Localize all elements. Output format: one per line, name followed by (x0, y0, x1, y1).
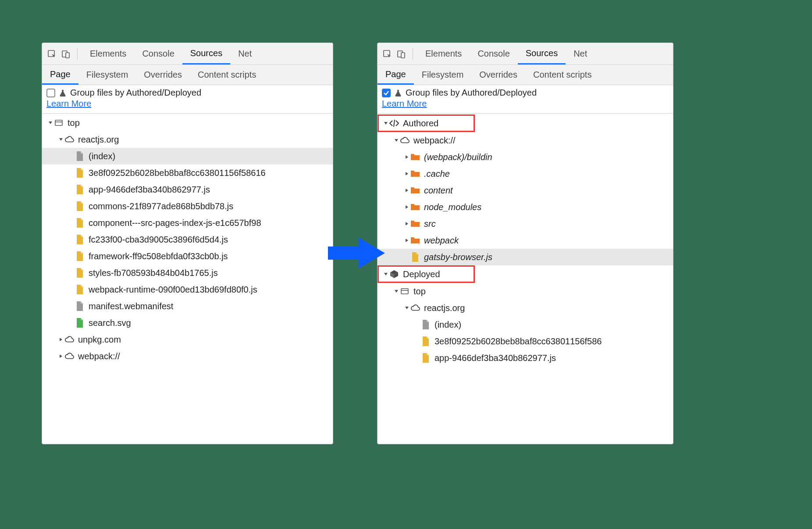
tree-label: webpack:// (413, 136, 456, 146)
js-file-icon (75, 284, 85, 295)
js-file-icon (75, 234, 85, 245)
tree-folder[interactable]: .cache (378, 165, 673, 182)
js-file-icon (420, 353, 431, 363)
js-file-icon (75, 201, 85, 211)
devtools-panel-after: Elements Console Sources Net Page Filesy… (377, 43, 673, 444)
window-icon (53, 118, 64, 128)
tree-file[interactable]: webpack-runtime-090f00ed13bd69fd80f0.js (42, 281, 333, 298)
tab-console[interactable]: Console (134, 43, 182, 64)
learn-more-link[interactable]: Learn More (382, 99, 427, 109)
tree-folder[interactable]: node_modules (378, 199, 673, 215)
tab-console[interactable]: Console (470, 43, 517, 64)
tab-network[interactable]: Net (230, 43, 260, 64)
js-file-icon (75, 184, 85, 195)
tree-folder[interactable]: content (378, 182, 673, 199)
disclosure-down-icon (393, 138, 399, 143)
tree-domain[interactable]: webpack:// (42, 348, 333, 365)
subtab-filesystem[interactable]: Filesystem (78, 65, 136, 85)
group-deployed[interactable]: Deployed (378, 265, 475, 283)
tree-file[interactable]: 3e8f09252b6028beb8baf8cc63801156f586 (378, 333, 673, 350)
authored-group-highlight: Authored (378, 114, 475, 132)
group-files-checkbox[interactable] (46, 89, 55, 97)
cloud-icon (64, 134, 75, 145)
subtab-page[interactable]: Page (42, 65, 78, 85)
tree-folder[interactable]: src (378, 215, 673, 232)
window-icon (399, 286, 410, 297)
subtab-filesystem[interactable]: Filesystem (414, 65, 472, 85)
tree-label: 3e8f09252b6028beb8baf8cc63801156f58616 (89, 168, 266, 178)
folder-icon (410, 218, 420, 229)
image-file-icon (75, 318, 85, 328)
disclosure-down-icon (393, 289, 399, 293)
svg-rect-7 (401, 53, 405, 58)
group-authored[interactable]: Authored (378, 114, 475, 132)
cloud-icon (410, 303, 420, 313)
tree-label: top (68, 118, 80, 128)
svg-rect-3 (55, 120, 62, 125)
js-file-icon (410, 252, 420, 262)
tree-label: (index) (89, 151, 115, 161)
tree-file[interactable]: commons-21f8977ade868b5bdb78.js (42, 198, 333, 214)
folder-icon (410, 185, 420, 196)
main-toolbar: Elements Console Sources Net (378, 43, 673, 65)
tree-file[interactable]: framework-ff9c508ebfda0f33cb0b.js (42, 248, 333, 264)
tree-domain[interactable]: unpkg.com (42, 331, 333, 348)
folder-icon (410, 152, 420, 162)
subtab-content-scripts[interactable]: Content scripts (190, 65, 264, 85)
tree-file[interactable]: search.svg (42, 315, 333, 331)
device-toolbar-icon[interactable] (395, 48, 407, 60)
tree-folder[interactable]: webpack (378, 232, 673, 249)
subtab-content-scripts[interactable]: Content scripts (525, 65, 599, 85)
tree-top[interactable]: top (42, 114, 333, 131)
tab-elements[interactable]: Elements (82, 43, 134, 64)
js-file-icon (75, 168, 85, 178)
tree-file[interactable]: manifest.webmanifest (42, 298, 333, 315)
subtab-overrides[interactable]: Overrides (136, 65, 190, 85)
tree-label: framework-ff9c508ebfda0f33cb0b.js (89, 251, 228, 261)
cloud-icon (64, 334, 75, 345)
tab-elements[interactable]: Elements (417, 43, 470, 64)
tree-label: src (424, 219, 436, 229)
tab-network[interactable]: Net (566, 43, 595, 64)
sources-subtabs: Page Filesystem Overrides Content script… (378, 65, 673, 85)
tree-label: webpack:// (78, 351, 120, 361)
disclosure-down-icon (383, 121, 389, 125)
tree-file[interactable]: app-9466def3ba340b862977.js (378, 350, 673, 366)
group-files-checkbox[interactable] (382, 89, 391, 97)
subtab-page[interactable]: Page (378, 65, 414, 85)
device-toolbar-icon[interactable] (60, 48, 72, 60)
learn-more-link[interactable]: Learn More (46, 99, 91, 109)
tree-domain[interactable]: reactjs.org (378, 300, 673, 316)
tree-file-index[interactable]: (index) (42, 148, 333, 164)
document-icon (75, 301, 85, 311)
tree-file[interactable]: styles-fb708593b484b04b1765.js (42, 264, 333, 281)
inspect-element-icon[interactable] (46, 48, 58, 60)
subtab-overrides[interactable]: Overrides (471, 65, 525, 85)
disclosure-right-icon (58, 354, 64, 358)
tree-file[interactable]: gatsby-browser.js (378, 249, 673, 265)
tree-domain[interactable]: reactjs.org (42, 131, 333, 148)
package-icon (389, 269, 399, 279)
tree-label: styles-fb708593b484b04b1765.js (89, 268, 218, 278)
group-by-bar: Group files by Authored/Deployed Learn M… (378, 85, 673, 114)
sources-subtabs: Page Filesystem Overrides Content script… (42, 65, 333, 85)
cloud-icon (64, 351, 75, 361)
tree-file[interactable]: app-9466def3ba340b862977.js (42, 181, 333, 198)
tree-top[interactable]: top (378, 283, 673, 300)
tab-sources[interactable]: Sources (182, 43, 230, 64)
tree-folder[interactable]: (webpack)/buildin (378, 149, 673, 165)
tree-file[interactable]: fc233f00-cba3d9005c3896f6d5d4.js (42, 231, 333, 248)
tree-file[interactable]: component---src-pages-index-js-e1c657bf9… (42, 214, 333, 231)
tree-label: 3e8f09252b6028beb8baf8cc63801156f586 (434, 336, 602, 347)
tree-label: app-9466def3ba340b862977.js (89, 185, 210, 195)
tree-file-index[interactable]: (index) (378, 316, 673, 333)
tree-file[interactable]: 3e8f09252b6028beb8baf8cc63801156f58616 (42, 164, 333, 181)
tab-sources[interactable]: Sources (518, 43, 566, 64)
disclosure-right-icon (58, 337, 64, 342)
inspect-element-icon[interactable] (381, 48, 393, 60)
separator (77, 48, 78, 60)
devtools-panel-before: Elements Console Sources Net Page Filesy… (42, 43, 333, 444)
tree-domain[interactable]: webpack:// (378, 132, 673, 149)
tree-label: app-9466def3ba340b862977.js (434, 353, 556, 363)
file-tree: top reactjs.org (index) 3e8f09252b6028be… (42, 114, 333, 365)
